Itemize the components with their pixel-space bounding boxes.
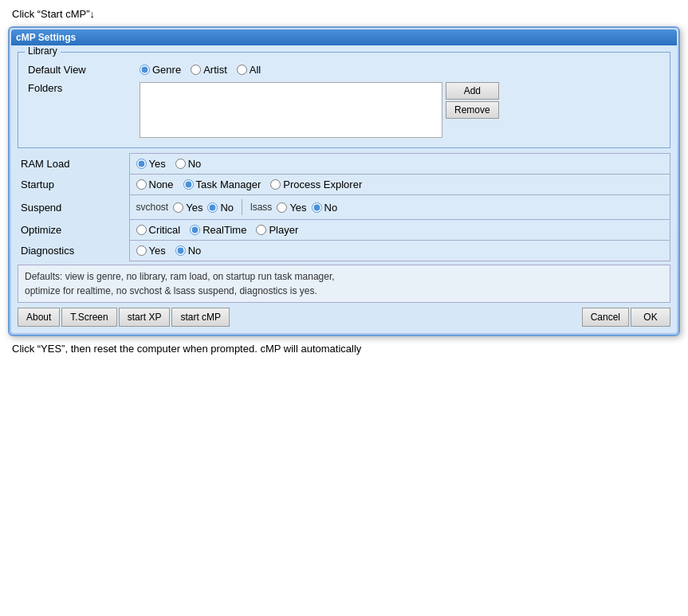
ram-yes-label: Yes [149, 158, 166, 170]
optimize-label: Optimize [21, 224, 61, 236]
cmp-window: cMP Settings Library Default View Genre [8, 26, 680, 336]
diagnostics-no-item[interactable]: No [175, 245, 202, 257]
lsass-no-item[interactable]: No [312, 202, 338, 214]
suspend-divider [242, 199, 242, 215]
instruction-bottom: Click “YES”, then reset the computer whe… [8, 343, 680, 355]
svchost-no-item[interactable]: No [207, 202, 234, 214]
startup-taskmanager-radio[interactable] [183, 179, 194, 190]
ram-yes-radio[interactable] [136, 159, 147, 169]
svchost-yes-label: Yes [186, 202, 202, 214]
startup-processexplorer-item[interactable]: Process Explorer [270, 179, 362, 190]
optimize-critical-radio[interactable] [136, 225, 147, 235]
diagnostics-yes-label: Yes [149, 245, 166, 257]
default-view-label: Default View [28, 64, 86, 76]
library-group: Library Default View Genre [18, 52, 670, 148]
genre-radio[interactable] [140, 65, 150, 75]
artist-radio[interactable] [191, 65, 201, 75]
about-button[interactable]: About [18, 308, 60, 327]
start-xp-button[interactable]: start XP [119, 308, 171, 327]
startup-none-label: None [149, 179, 174, 190]
lsass-yes-item[interactable]: Yes [277, 202, 306, 214]
library-group-title: Library [25, 45, 61, 57]
startup-processexplorer-label: Process Explorer [283, 179, 362, 190]
folders-label: Folders [28, 82, 62, 94]
startup-taskmanager-item[interactable]: Task Manager [183, 179, 261, 190]
startup-none-radio[interactable] [136, 179, 147, 190]
diagnostics-label: Diagnostics [21, 245, 74, 257]
folders-textarea[interactable] [140, 82, 442, 138]
lsass-yes-radio[interactable] [277, 202, 287, 213]
svchost-no-radio[interactable] [207, 202, 218, 213]
optimize-player-radio[interactable] [256, 225, 266, 235]
ok-button[interactable]: OK [631, 308, 670, 327]
svchost-label: svchost [136, 202, 169, 213]
start-cmp-button[interactable]: start cMP [171, 308, 230, 327]
artist-radio-item[interactable]: Artist [191, 64, 227, 76]
diagnostics-yes-radio[interactable] [136, 245, 147, 256]
suspend-label: Suspend [21, 202, 61, 214]
tscreen-button[interactable]: T.Screen [61, 308, 116, 327]
svchost-yes-radio[interactable] [173, 202, 183, 213]
diagnostics-no-radio[interactable] [175, 245, 186, 256]
startup-processexplorer-radio[interactable] [270, 179, 281, 190]
ram-no-item[interactable]: No [175, 158, 202, 170]
startup-taskmanager-label: Task Manager [196, 179, 261, 190]
optimize-realtime-item[interactable]: RealTime [190, 224, 246, 236]
genre-label: Genre [152, 64, 181, 76]
add-button[interactable]: Add [446, 82, 499, 100]
diagnostics-yes-item[interactable]: Yes [136, 245, 166, 257]
lsass-label: lsass [250, 202, 272, 213]
genre-radio-item[interactable]: Genre [140, 64, 181, 76]
all-radio[interactable] [237, 65, 247, 75]
lsass-no-radio[interactable] [312, 202, 322, 213]
optimize-player-item[interactable]: Player [256, 224, 298, 236]
optimize-critical-item[interactable]: Critical [136, 224, 181, 236]
svchost-yes-item[interactable]: Yes [173, 202, 202, 214]
optimize-critical-label: Critical [149, 224, 181, 236]
svchost-no-label: No [220, 202, 234, 214]
lsass-yes-label: Yes [289, 202, 306, 214]
all-radio-item[interactable]: All [237, 64, 261, 76]
diagnostics-no-label: No [188, 245, 202, 257]
cancel-button[interactable]: Cancel [582, 308, 629, 327]
all-label: All [250, 64, 261, 76]
ram-load-label: RAM Load [21, 158, 69, 170]
ram-yes-item[interactable]: Yes [136, 158, 166, 170]
ram-no-radio[interactable] [175, 159, 186, 169]
artist-label: Artist [203, 64, 227, 76]
window-title: cMP Settings [16, 32, 76, 43]
bottom-buttons: About T.Screen start XP start cMP Cancel… [18, 308, 670, 327]
remove-button[interactable]: Remove [446, 101, 499, 119]
lsass-no-label: No [324, 202, 338, 214]
startup-label: Startup [21, 179, 54, 190]
optimize-player-label: Player [269, 224, 298, 236]
instruction-top: Click “Start cMP”↓ [8, 8, 680, 20]
startup-none-item[interactable]: None [136, 179, 174, 190]
ram-no-label: No [188, 158, 202, 170]
defaults-text: Defaults: view is genre, no library, ram… [18, 265, 670, 303]
optimize-realtime-radio[interactable] [190, 225, 200, 235]
optimize-realtime-label: RealTime [202, 224, 246, 236]
title-bar: cMP Settings [11, 29, 677, 45]
